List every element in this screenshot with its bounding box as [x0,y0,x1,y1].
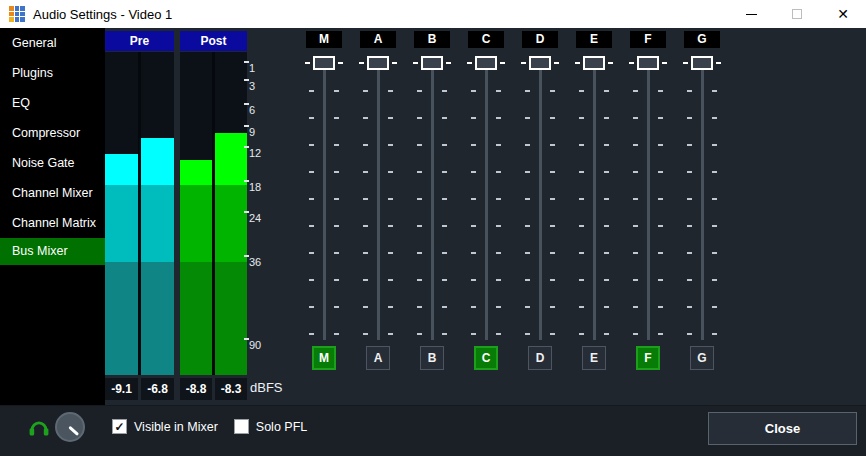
checkbox-box[interactable]: ✓ [112,419,127,434]
fader-tick [525,225,530,227]
fader-tick [309,90,314,92]
meter-group-header: Pre [105,31,174,51]
fader-handle[interactable] [475,56,497,70]
fader-tick [388,198,393,200]
fader-handle[interactable] [637,56,659,70]
fader-tick [687,198,692,200]
fader-tick [388,90,393,92]
fader-tick [525,171,530,173]
checkbox[interactable]: Solo PFL [234,419,307,434]
fader-handle[interactable] [421,56,443,70]
bus-name-label: D [522,31,558,48]
fader-tick [388,225,393,227]
footer-bar: ✓ Visible in Mixer Solo PFL Close [0,405,866,456]
bus-toggle-button[interactable]: B [420,346,444,370]
fader-tick [550,144,555,146]
fader-tick [309,225,314,227]
fader-track[interactable] [539,70,542,340]
fader-tick [417,171,422,173]
sidebar-item[interactable]: General [0,28,105,58]
fader-tick [471,198,476,200]
fader-tick [525,198,530,200]
fader-tick [442,279,447,281]
fader-tick [633,198,638,200]
fader-tick [604,90,609,92]
fader-tick [687,90,692,92]
meter-value-readout: -8.8 [180,378,212,400]
fader-column: A A [351,28,405,373]
close-button[interactable]: Close [708,412,857,445]
sidebar-item[interactable]: Plugins [0,58,105,88]
fader-tick [525,279,530,281]
close-window-icon[interactable]: ✕ [820,0,866,28]
fader-tick [712,90,717,92]
fader-tick [550,279,555,281]
fader-tick [604,279,609,281]
fader-tick [525,333,530,335]
fader-handle[interactable] [367,56,389,70]
bus-name-label: E [576,31,612,48]
bus-toggle-button[interactable]: C [474,346,498,370]
fader-column: E E [567,28,621,373]
fader-tick [658,171,663,173]
dbfs-unit-label: dBFS [250,380,283,395]
bus-toggle-button[interactable]: D [528,346,552,370]
fader-track[interactable] [485,70,488,340]
bus-toggle-button[interactable]: G [690,346,714,370]
fader-tick [658,117,663,119]
fader-track[interactable] [593,70,596,340]
fader-tick [334,117,339,119]
fader-tick [417,225,422,227]
fader-tick [604,198,609,200]
sidebar-item[interactable]: EQ [0,88,105,118]
bus-toggle-button[interactable]: M [312,346,336,370]
fader-track[interactable] [431,70,434,340]
handle-tick-left [467,62,472,64]
sidebar-item[interactable]: Bus Mixer [0,238,105,265]
fader-track[interactable] [647,70,650,340]
bus-toggle-button[interactable]: E [582,346,606,370]
fader-track[interactable] [701,70,704,340]
checkbox-box[interactable] [234,419,249,434]
fader-tick [687,333,692,335]
fader-handle[interactable] [583,56,605,70]
fader-tick [334,306,339,308]
audio-settings-window: Audio Settings - Video 1 ✕ General Plugi… [0,0,866,456]
sidebar-item[interactable]: Noise Gate [0,148,105,178]
fader-tick [363,333,368,335]
bus-toggle-button[interactable]: F [636,346,660,370]
fader-handle[interactable] [313,56,335,70]
fader-tick [633,144,638,146]
fader-handle[interactable] [529,56,551,70]
fader-tick [550,117,555,119]
sidebar-item[interactable]: Compressor [0,118,105,148]
fader-tick [525,252,530,254]
fader-tick [579,306,584,308]
checkbox-label: Solo PFL [256,420,307,434]
fader-tick [334,279,339,281]
bus-toggle-button[interactable]: A [366,346,390,370]
sidebar-item-label: Plugins [12,66,53,80]
handle-tick-left [305,62,310,64]
sidebar-item[interactable]: Channel Mixer [0,178,105,208]
bus-name-label: B [414,31,450,48]
fader-track[interactable] [377,70,380,340]
sidebar-item[interactable]: Channel Matrix [0,208,105,238]
fader-tick [417,279,422,281]
fader-tick [604,252,609,254]
meter-scale-label: 6 [249,104,255,117]
minimize-icon[interactable] [728,0,774,28]
settings-sidebar: General Plugins EQ Compressor Noise Gate… [0,28,105,405]
monitor-volume-knob[interactable] [55,412,85,442]
fader-tick [633,279,638,281]
fader-tick [442,198,447,200]
fader-handle[interactable] [691,56,713,70]
fader-tick [496,333,501,335]
handle-tick-right [608,62,613,64]
headphones-icon[interactable] [29,419,49,437]
fader-track[interactable] [323,70,326,340]
checkbox[interactable]: ✓ Visible in Mixer [112,419,218,434]
fader-tick [525,117,530,119]
fader-tick [687,279,692,281]
fader-tick [442,225,447,227]
